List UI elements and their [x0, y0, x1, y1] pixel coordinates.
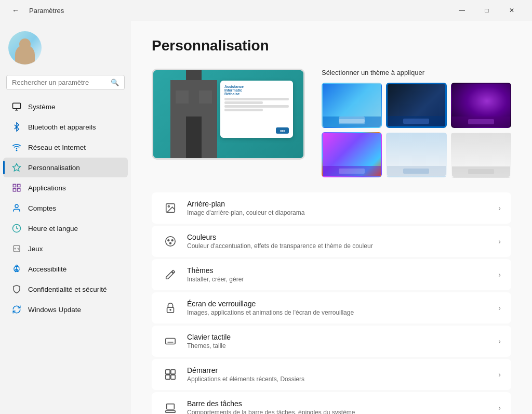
svg-rect-21 — [199, 90, 212, 104]
back-button[interactable]: ← — [8, 3, 23, 18]
settings-item-title: Barre des tâches — [187, 399, 490, 408]
sidebar-item-reseau[interactable]: Réseau et Internet — [3, 137, 128, 157]
avatar-figure — [15, 45, 35, 64]
user-profile — [0, 25, 131, 71]
settings-item-clavier-tactile[interactable]: Clavier tactile Themes, taille › — [152, 326, 511, 357]
settings-item-desc: Images, applications et animations de l'… — [187, 309, 490, 316]
settings-item-couleurs[interactable]: Couleurs Couleur d'accentuation, effets … — [152, 226, 511, 257]
chevron-right-icon: › — [498, 237, 501, 245]
svg-point-26 — [171, 239, 173, 241]
svg-point-3 — [16, 150, 17, 151]
sidebar-item-label: Comptes — [28, 204, 56, 212]
search-icon: 🔍 — [111, 79, 119, 86]
theme-thumb-1[interactable] — [322, 83, 382, 128]
svg-rect-41 — [167, 404, 175, 409]
sidebar-item-heure[interactable]: Heure et langue — [3, 218, 128, 238]
start-icon — [162, 366, 179, 383]
network-icon — [11, 142, 22, 152]
settings-item-text: Barre des tâches Comportements de la bar… — [187, 399, 490, 415]
svg-rect-37 — [171, 369, 175, 373]
window-title: Paramètres — [29, 7, 64, 15]
keyboard-icon — [162, 333, 179, 350]
theme-preview-inner: AssistanceInformaticRéthaise ■■■ — [153, 70, 303, 158]
theme-thumb-3[interactable] — [451, 83, 511, 128]
sidebar: 🔍 Système Bluetooth et appareils Réseau … — [0, 21, 131, 414]
minimize-button[interactable]: — — [450, 2, 474, 19]
sidebar-item-personnalisation[interactable]: Personnalisation — [3, 158, 128, 177]
theme-grid — [322, 83, 511, 178]
lock-icon — [162, 300, 179, 316]
page-title: Personnalisation — [152, 37, 511, 54]
window-controls: — □ ✕ — [450, 2, 524, 19]
svg-point-24 — [166, 236, 175, 245]
settings-item-title: Thèmes — [187, 266, 490, 275]
search-box[interactable]: 🔍 — [6, 75, 125, 90]
settings-item-barre-taches[interactable]: Barre des tâches Comportements de la bar… — [152, 392, 511, 415]
search-input[interactable] — [12, 79, 107, 86]
settings-item-title: Écran de verrouillage — [187, 300, 490, 308]
settings-item-arriere-plan[interactable]: Arrière-plan Image d'arrière-plan, coule… — [152, 192, 511, 224]
theme-thumb-2[interactable] — [386, 83, 446, 128]
sidebar-item-label: Système — [28, 103, 56, 111]
gaming-icon — [11, 243, 22, 254]
time-icon — [11, 223, 22, 234]
preview-line-3 — [224, 105, 289, 108]
svg-rect-7 — [18, 189, 20, 191]
sidebar-item-label: Bluetooth et appareils — [28, 123, 96, 131]
chevron-right-icon: › — [498, 404, 501, 412]
sidebar-item-jeux[interactable]: Jeux — [3, 239, 128, 258]
svg-rect-19 — [186, 117, 202, 158]
settings-list: Arrière-plan Image d'arrière-plan, coule… — [152, 192, 511, 415]
sidebar-item-label: Jeux — [28, 245, 43, 253]
settings-item-text: Thèmes Installer, créer, gérer — [187, 266, 490, 283]
chevron-right-icon: › — [498, 270, 501, 279]
svg-point-27 — [170, 242, 171, 244]
preview-lines — [224, 98, 289, 111]
sidebar-item-confidentialite[interactable]: Confidentialité et sécurité — [3, 279, 128, 299]
svg-point-25 — [168, 239, 169, 241]
sidebar-item-label: Réseau et Internet — [28, 144, 86, 151]
theme-selector: Sélectionner un thème à appliquer — [322, 69, 511, 178]
theme-thumb-5[interactable] — [386, 132, 446, 177]
preview-btn: ■■■ — [276, 127, 289, 134]
chevron-right-icon: › — [498, 304, 501, 312]
maximize-button[interactable]: □ — [475, 2, 499, 19]
settings-item-themes[interactable]: Thèmes Installer, créer, gérer › — [152, 259, 511, 290]
settings-item-title: Clavier tactile — [187, 333, 490, 341]
sidebar-item-systeme[interactable]: Système — [3, 97, 128, 117]
close-button[interactable]: ✕ — [500, 2, 524, 19]
avatar — [8, 31, 42, 64]
sidebar-item-label: Accessibilité — [28, 265, 66, 273]
settings-item-desc: Comportements de la barre des tâches, ép… — [187, 409, 490, 415]
theme-preview-window: AssistanceInformaticRéthaise ■■■ — [220, 81, 293, 138]
chevron-right-icon: › — [498, 370, 501, 379]
sidebar-item-bluetooth[interactable]: Bluetooth et appareils — [3, 117, 128, 137]
church-silhouette — [157, 70, 230, 158]
svg-rect-20 — [176, 90, 189, 104]
settings-item-ecran-verrouillage[interactable]: Écran de verrouillage Images, applicatio… — [152, 292, 511, 324]
svg-rect-5 — [18, 184, 20, 187]
sidebar-item-applications[interactable]: Applications — [3, 178, 128, 198]
svg-rect-4 — [13, 184, 16, 187]
sidebar-item-windowsupdate[interactable]: Windows Update — [3, 300, 128, 319]
theme-thumb-6[interactable] — [451, 132, 511, 177]
personalize-icon — [11, 162, 22, 173]
svg-point-12 — [18, 248, 18, 249]
sidebar-item-accessibilite[interactable]: Accessibilité — [3, 259, 128, 279]
content-area: Personnalisation Assi — [131, 21, 532, 414]
svg-rect-0 — [13, 103, 21, 109]
svg-point-8 — [15, 204, 18, 208]
theme-thumb-4[interactable] — [322, 132, 382, 177]
accounts-icon — [11, 203, 22, 213]
settings-item-text: Arrière-plan Image d'arrière-plan, coule… — [187, 200, 490, 216]
accessibility-icon — [11, 264, 22, 274]
settings-item-demarrer[interactable]: Démarrer Applications et éléments récent… — [152, 359, 511, 390]
sidebar-item-comptes[interactable]: Comptes — [3, 198, 128, 218]
settings-item-text: Démarrer Applications et éléments récent… — [187, 366, 490, 383]
preview-line-4 — [224, 109, 263, 111]
svg-rect-40 — [166, 410, 175, 412]
settings-item-desc: Image d'arrière-plan, couleur et diapora… — [187, 209, 490, 216]
brush-icon — [162, 266, 179, 283]
nav-list: Système Bluetooth et appareils Réseau et… — [0, 96, 131, 320]
image-icon — [162, 200, 179, 216]
